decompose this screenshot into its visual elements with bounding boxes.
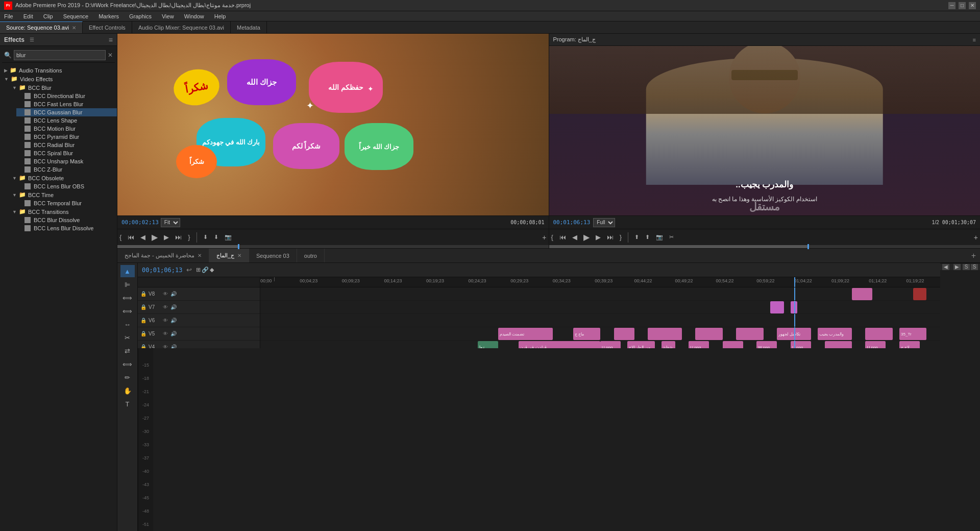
add-marker-btn[interactable]: ◆ — [210, 267, 214, 273]
effect-bcc-motion-blur[interactable]: BCC Motion Blur — [16, 125, 117, 133]
source-overwrite[interactable]: ⬇ — [212, 233, 220, 242]
clip[interactable]: لاح ج — [899, 341, 920, 348]
effect-bcc-z-blur[interactable]: BCC Z-Blur — [16, 165, 117, 174]
timeline-scrollbar[interactable]: ◀ ▶ S S — [940, 263, 980, 270]
snap-button[interactable]: ⊞ — [196, 267, 201, 273]
program-lift[interactable]: ⬆ — [632, 233, 641, 242]
clip[interactable]: W.png — [756, 341, 777, 348]
zoom-in-btn[interactable]: S — [963, 264, 970, 270]
track-v7-lock[interactable]: 🔒 — [140, 304, 147, 310]
rolling-edit-tool[interactable]: ⟺ — [120, 305, 135, 317]
clip[interactable] — [825, 341, 852, 348]
tab-effect-controls[interactable]: Effect Controls — [83, 21, 132, 33]
source-export-frame[interactable]: 📷 — [223, 233, 234, 242]
effect-bcc-spiral-blur[interactable]: BCC Spiral Blur — [16, 149, 117, 157]
clip[interactable]: U.png — [600, 341, 621, 348]
track-v4-lock[interactable]: 🔒 — [140, 344, 147, 348]
timeline-tab-main[interactable]: ج_الماج ✕ — [209, 249, 249, 262]
source-step-back-frame[interactable]: ◀ — [138, 232, 148, 242]
track-v8-lock[interactable]: 🔒 — [140, 291, 147, 297]
effect-bcc-unsharp-mask[interactable]: BCC Unsharp Mask — [16, 157, 117, 165]
ripple-edit-tool[interactable]: ⟺ — [120, 292, 135, 304]
effect-bcc-lens-blur-obs[interactable]: BCC Lens Blur OBS — [16, 182, 117, 190]
effects-panel-menu[interactable]: ≡ — [109, 36, 113, 44]
clip[interactable] — [852, 288, 872, 300]
effects-search-input[interactable] — [14, 50, 106, 60]
source-insert[interactable]: ⬇ — [201, 233, 210, 242]
titlebar-controls[interactable]: ─ □ ✕ — [948, 2, 976, 9]
tab-source[interactable]: Source: Sequence 03.avi ✕ — [0, 21, 83, 33]
menu-view[interactable]: View — [160, 13, 176, 19]
program-progress-bar[interactable] — [549, 245, 981, 248]
track-v4-vis[interactable]: 👁 — [162, 344, 168, 348]
effect-bcc-lens-blur-dissolve[interactable]: BCC Lens Blur Dissolve — [16, 224, 117, 232]
program-step-back[interactable]: ⏮ — [557, 232, 568, 242]
close-button[interactable]: ✕ — [969, 2, 976, 9]
track-select-tool[interactable]: ⊫ — [120, 278, 135, 291]
timeline-reset-btn[interactable]: ↩ — [186, 266, 192, 274]
program-fit-select[interactable]: Full — [593, 218, 615, 227]
source-step-back[interactable]: ⏮ — [126, 232, 136, 242]
clip[interactable] — [865, 328, 892, 340]
menu-edit[interactable]: Edit — [21, 13, 35, 19]
clip[interactable]: من الطر الاح — [627, 341, 654, 348]
search-clear-icon[interactable]: ✕ — [108, 52, 113, 59]
track-v7-sync[interactable]: 🔊 — [170, 304, 177, 310]
program-menu-icon[interactable]: ≡ — [973, 37, 976, 43]
effect-bcc-radial-blur[interactable]: BCC Radial Blur — [16, 141, 117, 149]
clip[interactable]: U.png — [689, 341, 709, 348]
track-v8-sync[interactable]: 🔊 — [170, 291, 177, 297]
clip[interactable]: تبعاً — [478, 341, 498, 348]
timeline-tab-close[interactable]: ✕ — [198, 253, 202, 258]
clip[interactable]: U.png — [865, 341, 886, 348]
menu-help[interactable]: Help — [212, 13, 228, 19]
rate-stretch-tool[interactable]: ↔ — [120, 318, 135, 330]
program-play[interactable]: ▶ — [581, 231, 592, 243]
effect-bcc-gaussian-blur[interactable]: BCC Gaussian Blur — [16, 108, 117, 116]
effect-bcc-fast-lens-blur[interactable]: BCC Fast Lens Blur — [16, 100, 117, 108]
program-mark-out[interactable]: } — [618, 232, 624, 242]
maximize-button[interactable]: □ — [959, 2, 966, 9]
track-v6-vis[interactable]: 👁 — [162, 317, 168, 324]
program-step-back-frame[interactable]: ◀ — [570, 232, 579, 242]
linked-selection-btn[interactable]: 🔗 — [202, 267, 209, 273]
scroll-right-btn[interactable]: ▶ — [953, 264, 961, 270]
clip[interactable]: ماج ج — [573, 328, 600, 340]
tree-video-effects[interactable]: ▼ 📁 Video Effects — [0, 75, 117, 83]
menu-file[interactable]: File — [2, 13, 15, 19]
menu-graphics[interactable]: Graphics — [127, 13, 154, 19]
track-v5-sync[interactable]: 🔊 — [170, 330, 177, 337]
tree-bcc-time[interactable]: ▼ 📁 BCC Time — [8, 190, 117, 199]
slide-tool[interactable]: ⟺ — [120, 358, 135, 370]
program-mark-in[interactable]: { — [549, 232, 555, 242]
source-step-fwd-frame[interactable]: ▶ — [162, 232, 171, 242]
source-mark-out[interactable]: } — [186, 232, 192, 242]
tab-metadata[interactable]: Metadata — [231, 21, 267, 33]
program-step-fwd-frame[interactable]: ▶ — [594, 232, 603, 242]
source-progress-bar[interactable] — [117, 245, 549, 248]
effect-bcc-lens-shape[interactable]: BCC Lens Shape — [16, 116, 117, 125]
clip[interactable]: والمدرب يجيب — [818, 328, 852, 340]
clip[interactable] — [913, 288, 927, 300]
track-v5-lock[interactable]: 🔒 — [140, 330, 147, 337]
source-fit-select[interactable]: Fit — [161, 218, 180, 227]
scroll-left-btn[interactable]: ◀ — [942, 264, 949, 270]
timeline-tab-close[interactable]: ✕ — [237, 253, 241, 258]
tab-source-close[interactable]: ✕ — [72, 25, 76, 31]
track-v5-vis[interactable]: 👁 — [162, 330, 168, 337]
clip[interactable] — [723, 341, 743, 348]
track-v6-sync[interactable]: 🔊 — [170, 317, 177, 324]
timeline-add-button[interactable]: + — [967, 251, 980, 260]
clip[interactable]: شفاية — [662, 341, 675, 348]
razor-tool[interactable]: ✂ — [120, 331, 135, 344]
type-tool[interactable]: T — [120, 398, 135, 410]
selection-tool[interactable]: ▲ — [120, 265, 135, 277]
program-step-fwd[interactable]: ⏭ — [605, 232, 616, 242]
hand-tool[interactable]: ✋ — [120, 384, 135, 397]
menu-clip[interactable]: Clip — [41, 13, 55, 19]
source-mark-in[interactable]: { — [117, 232, 124, 242]
track-v8-vis[interactable]: 👁 — [162, 291, 168, 297]
tab-audio-clip-mixer[interactable]: Audio Clip Mixer: Sequence 03.avi — [132, 21, 231, 33]
tree-bcc-transitions[interactable]: ▼ 📁 BCC Transitions — [8, 207, 117, 216]
timeline-tab-seq03[interactable]: Sequence 03 — [249, 249, 297, 262]
